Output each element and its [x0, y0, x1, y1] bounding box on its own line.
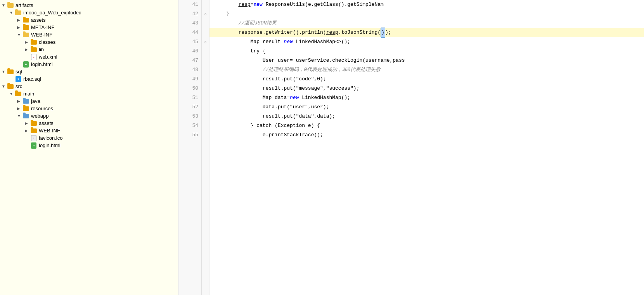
tree-item-classes1[interactable]: ▶classes: [0, 38, 178, 46]
tree-item-lib1[interactable]: ▶lib: [0, 46, 178, 53]
tree-item-label: lib: [39, 47, 44, 52]
line-number-46: 46: [178, 47, 201, 56]
tree-item-label: artifacts: [16, 2, 33, 8]
keyword-italic-token: new: [284, 37, 293, 47]
tree-item-web-inf2[interactable]: ▶WEB-INF: [0, 127, 178, 134]
file-tree: ▼artifacts▼imooc_oa_Web_exploded▶assets▶…: [0, 0, 178, 295]
tree-item-login-html1[interactable]: Hlogin.html: [0, 61, 178, 68]
ico-file-icon: i: [30, 135, 37, 141]
tree-item-label: src: [16, 83, 22, 89]
line-number-42: 42: [178, 9, 201, 19]
tree-item-label: favicon.ico: [39, 135, 62, 141]
tree-arrow: ▶: [25, 121, 30, 125]
line-number-45: 45: [178, 37, 201, 47]
tree-item-web-inf1[interactable]: ▼WEB-INF: [0, 31, 178, 38]
gutter-cell-52: [202, 102, 209, 112]
tree-item-imooc_web_exploded[interactable]: ▼imooc_oa_Web_exploded: [0, 9, 178, 16]
tree-arrow: ▼: [9, 92, 15, 96]
code-line-46: try {: [209, 47, 644, 56]
folder-icon: [30, 121, 37, 126]
tree-item-resources[interactable]: ▶resources: [0, 105, 178, 112]
tree-item-label: assets: [31, 17, 46, 23]
plain-token: LinkedHashMap<>();: [293, 37, 350, 47]
folder-icon: [23, 106, 29, 111]
underline-token: resp: [238, 0, 250, 9]
folder-icon: [7, 84, 14, 89]
fold-arrow[interactable]: ◇: [204, 12, 206, 16]
tree-item-webapp[interactable]: ▼webapp: [0, 112, 178, 120]
folder-icon: [7, 69, 14, 75]
tree-arrow: ▼: [2, 84, 7, 88]
gutter-cell-48: [202, 65, 209, 75]
folder-icon: [30, 47, 37, 52]
plain-token: } catch (Exception e) {: [214, 121, 320, 130]
tree-item-sql[interactable]: ▼sql: [0, 68, 178, 75]
plain-token: [214, 65, 263, 75]
folder-icon: [23, 32, 29, 38]
code-line-54: } catch (Exception e) {: [209, 121, 644, 130]
tree-arrow: ▶: [17, 106, 23, 111]
plain-token: result.put("code",0);: [214, 75, 326, 84]
folder-icon: [23, 113, 29, 119]
line-number-50: 50: [178, 84, 201, 93]
tree-item-assets1[interactable]: ▶assets: [0, 16, 178, 24]
plain-token: =: [251, 0, 254, 9]
tree-item-web-xml[interactable]: xweb.xml: [0, 53, 178, 61]
folder-icon: [30, 128, 37, 134]
tree-item-label: java: [31, 98, 40, 104]
html-file-icon: H: [23, 62, 29, 67]
tree-item-rbac-sql[interactable]: Srbac.sql: [0, 75, 178, 83]
tree-item-java[interactable]: ▶java: [0, 97, 178, 105]
tree-item-favicon-ico[interactable]: ifavicon.ico: [0, 134, 178, 142]
tree-item-assets2[interactable]: ▶assets: [0, 120, 178, 127]
gutter-cell-53: [202, 112, 209, 121]
code-content[interactable]: resp=new ResponseUtils(e.getClass().getS…: [209, 0, 644, 295]
tree-item-login-html2[interactable]: Hlogin.html: [0, 142, 178, 149]
plain-token: result.put("data",data);: [214, 112, 335, 121]
code-line-51: Map data=new LinkedHashMap();: [209, 93, 644, 102]
line-number-55: 55: [178, 130, 201, 140]
folder-icon: [15, 91, 22, 97]
gutter-cell-45[interactable]: ◇: [202, 37, 209, 47]
line-number-43: 43: [178, 19, 201, 28]
tree-item-label: resources: [31, 106, 53, 111]
tree-item-label: WEB-INF: [39, 128, 60, 134]
folder-icon: [15, 10, 22, 16]
tree-item-main[interactable]: ▼main: [0, 90, 178, 97]
tree-arrow: ▼: [2, 3, 7, 7]
tree-item-label: WEB-INF: [31, 32, 52, 38]
tree-arrow: ▼: [17, 33, 23, 37]
tree-item-label: web.xml: [39, 54, 57, 60]
tree-item-artifacts[interactable]: ▼artifacts: [0, 2, 178, 9]
fold-arrow[interactable]: ◇: [204, 40, 206, 44]
code-line-49: result.put("code",0);: [209, 75, 644, 84]
plain-token: LinkedHashMap();: [299, 93, 350, 102]
tree-item-label: META-INF: [31, 24, 54, 30]
comment-token: //返回JSON结果: [238, 19, 277, 28]
tree-item-label: webapp: [31, 113, 49, 119]
gutter-cell-49: [202, 75, 209, 84]
gutter-cell-41: [202, 0, 209, 9]
gutter-cell-54: [202, 121, 209, 130]
plain-token: }: [214, 9, 229, 19]
code-line-53: result.put("data",data);: [209, 112, 644, 121]
tree-item-label: login.html: [31, 61, 53, 67]
gutter-cell-42[interactable]: ◇: [202, 9, 209, 19]
tree-arrow: ▶: [25, 47, 30, 52]
xml-file-icon: x: [30, 54, 37, 60]
plain-token: e.printStackTrace();: [214, 130, 323, 140]
tree-item-src[interactable]: ▼src: [0, 83, 178, 90]
line-number-47: 47: [178, 56, 201, 65]
tree-item-meta-inf[interactable]: ▶META-INF: [0, 24, 178, 31]
line-numbers: 414243444546474849505152535455: [178, 0, 202, 295]
line-number-52: 52: [178, 102, 201, 112]
tree-item-label: sql: [16, 69, 22, 75]
highlight-token: ): [381, 28, 385, 38]
comment-token: //处理结果编码，0代表处理成功，非0代表处理失败: [263, 65, 381, 75]
folder-icon: [30, 40, 37, 45]
code-line-45: Map result=new LinkedHashMap<>();: [209, 37, 644, 47]
gutter-cell-47: [202, 56, 209, 65]
tree-item-label: imooc_oa_Web_exploded: [23, 10, 81, 16]
line-number-48: 48: [178, 65, 201, 75]
code-line-47: User user= userService.checkLogin(userna…: [209, 56, 644, 65]
